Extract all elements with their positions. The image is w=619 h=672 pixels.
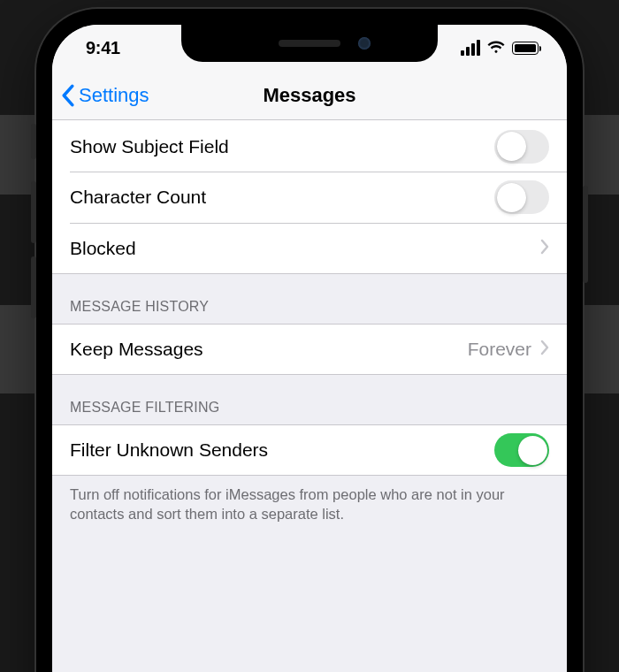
row-show-subject-field[interactable]: Show Subject Field xyxy=(52,120,567,172)
row-keep-messages[interactable]: Keep Messages Forever xyxy=(52,324,567,375)
navigation-bar: Settings Messages xyxy=(52,71,567,120)
section-header-message-history: MESSAGE HISTORY xyxy=(52,274,567,324)
volume-down-button xyxy=(31,256,36,318)
front-camera xyxy=(358,37,371,50)
wifi-icon xyxy=(486,38,506,57)
row-blocked[interactable]: Blocked xyxy=(52,223,567,274)
power-button xyxy=(583,186,588,283)
row-label: Character Count xyxy=(70,187,206,208)
back-label: Settings xyxy=(79,84,149,107)
phone-frame: 9:41 Settings Messages xyxy=(36,9,583,672)
toggle-character-count[interactable] xyxy=(494,180,549,214)
row-label: Blocked xyxy=(70,238,136,259)
notch xyxy=(181,25,438,62)
status-icons xyxy=(461,38,539,57)
cellular-signal-icon xyxy=(461,40,480,56)
chevron-right-icon xyxy=(540,339,549,360)
row-label: Keep Messages xyxy=(70,339,203,360)
settings-content[interactable]: Show Subject Field Character Count Block… xyxy=(52,120,567,672)
row-label: Filter Unknown Senders xyxy=(70,439,268,461)
battery-icon xyxy=(512,42,539,55)
status-time: 9:41 xyxy=(86,38,120,58)
section-footer-message-filtering: Turn off notifications for iMessages fro… xyxy=(52,476,567,549)
page-title: Messages xyxy=(263,84,355,107)
section-header-message-filtering: MESSAGE FILTERING xyxy=(52,375,567,424)
back-button[interactable]: Settings xyxy=(61,84,149,107)
chevron-left-icon xyxy=(61,84,75,107)
row-filter-unknown-senders[interactable]: Filter Unknown Senders xyxy=(52,424,567,476)
speaker-grille xyxy=(279,40,340,47)
toggle-show-subject-field[interactable] xyxy=(494,130,549,164)
toggle-filter-unknown-senders[interactable] xyxy=(494,433,549,467)
row-value: Forever xyxy=(468,339,531,360)
chevron-right-icon xyxy=(540,238,549,259)
settings-group: Keep Messages Forever xyxy=(52,324,567,375)
row-label: Show Subject Field xyxy=(70,136,229,157)
volume-up-button xyxy=(31,181,36,243)
settings-group: Filter Unknown Senders xyxy=(52,424,567,476)
row-character-count[interactable]: Character Count xyxy=(52,172,567,223)
screen: 9:41 Settings Messages xyxy=(52,25,567,672)
mute-switch xyxy=(31,124,36,159)
settings-group: Show Subject Field Character Count Block… xyxy=(52,120,567,274)
